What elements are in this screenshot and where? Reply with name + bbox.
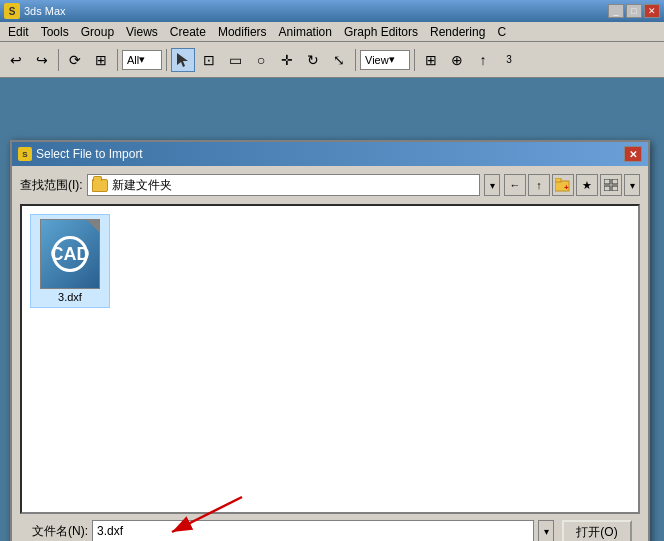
- app-background: S Select File to Import ✕ 查找范围(I): 新建文件夹…: [0, 78, 664, 541]
- up-btn[interactable]: ↑: [528, 174, 550, 196]
- filename-input[interactable]: 3.dxf: [92, 520, 534, 541]
- select-region[interactable]: ⊡: [197, 48, 221, 72]
- file-item[interactable]: CAD 3.dxf: [30, 214, 110, 308]
- view-dropdown[interactable]: View▾: [360, 50, 410, 70]
- import-dialog: S Select File to Import ✕ 查找范围(I): 新建文件夹…: [10, 140, 650, 541]
- svg-rect-2: [555, 178, 561, 182]
- location-bar: 查找范围(I): 新建文件夹 ▾ ← ↑ +: [20, 174, 640, 196]
- close-btn[interactable]: ✕: [644, 4, 660, 18]
- location-value: 新建文件夹: [112, 177, 172, 194]
- toolbar-btn-3[interactable]: ⟳: [63, 48, 87, 72]
- toolbar-btn-2[interactable]: ↪: [30, 48, 54, 72]
- toolbar-num[interactable]: 3: [497, 48, 521, 72]
- dialog-body: 查找范围(I): 新建文件夹 ▾ ← ↑ +: [12, 166, 648, 541]
- dialog-title: Select File to Import: [36, 147, 624, 161]
- cad-text: CAD: [51, 245, 90, 263]
- menu-c[interactable]: C: [491, 23, 512, 41]
- favorites-btn[interactable]: ★: [576, 174, 598, 196]
- title-bar: S 3ds Max _ □ ✕: [0, 0, 664, 22]
- toolbar-rotate[interactable]: ↻: [301, 48, 325, 72]
- new-folder-btn[interactable]: +: [552, 174, 574, 196]
- menu-views[interactable]: Views: [120, 23, 164, 41]
- sep-1: [58, 49, 59, 71]
- sep-3: [166, 49, 167, 71]
- toolbar-rect[interactable]: ▭: [223, 48, 247, 72]
- file-browser-area[interactable]: CAD 3.dxf: [20, 204, 640, 514]
- app-logo: S: [4, 3, 20, 19]
- bottom-inputs: 文件名(N): 3.dxf ▾ 文件类型(T): AutoCAD Drawing…: [28, 520, 554, 541]
- menu-graph-editors[interactable]: Graph Editors: [338, 23, 424, 41]
- menu-tools[interactable]: Tools: [35, 23, 75, 41]
- menu-modifiers[interactable]: Modifiers: [212, 23, 273, 41]
- sep-2: [117, 49, 118, 71]
- location-dropdown[interactable]: ▾: [484, 174, 500, 196]
- action-buttons: 打开(O) 取消: [562, 520, 632, 541]
- view-toggle-btn[interactable]: [600, 174, 622, 196]
- svg-marker-0: [177, 53, 188, 67]
- menu-create[interactable]: Create: [164, 23, 212, 41]
- svg-rect-6: [604, 186, 610, 191]
- svg-rect-5: [612, 179, 618, 184]
- back-btn[interactable]: ←: [504, 174, 526, 196]
- menu-group[interactable]: Group: [75, 23, 120, 41]
- file-icon: CAD: [40, 219, 100, 289]
- menu-edit[interactable]: Edit: [2, 23, 35, 41]
- toolbar-grid[interactable]: ⊞: [419, 48, 443, 72]
- menu-animation[interactable]: Animation: [273, 23, 338, 41]
- toolbar-btn-1[interactable]: ↩: [4, 48, 28, 72]
- filename-value: 3.dxf: [97, 524, 123, 538]
- toolbar: ↩ ↪ ⟳ ⊞ All▾ ⊡ ▭ ○ ✛ ↻ ⤡ View▾ ⊞ ⊕ ↑ 3: [0, 42, 664, 78]
- location-input[interactable]: 新建文件夹: [87, 174, 480, 196]
- location-label: 查找范围(I):: [20, 177, 83, 194]
- filename-row: 文件名(N): 3.dxf ▾: [28, 520, 554, 541]
- cad-circle: CAD: [52, 236, 88, 272]
- bottom-bar: 文件名(N): 3.dxf ▾ 文件类型(T): AutoCAD Drawing…: [20, 514, 640, 541]
- svg-rect-4: [604, 179, 610, 184]
- minimize-btn[interactable]: _: [608, 4, 624, 18]
- svg-rect-7: [612, 186, 618, 191]
- toolbar-move[interactable]: ✛: [275, 48, 299, 72]
- svg-text:+: +: [564, 183, 569, 192]
- bottom-rows: 文件名(N): 3.dxf ▾ 文件类型(T): AutoCAD Drawing…: [28, 520, 632, 541]
- nav-buttons: ← ↑ + ★: [504, 174, 640, 196]
- toolbar-up[interactable]: ↑: [471, 48, 495, 72]
- file-fold: [87, 220, 99, 232]
- dialog-title-bar: S Select File to Import ✕: [12, 142, 648, 166]
- folder-icon: [92, 179, 108, 192]
- window-controls: _ □ ✕: [608, 4, 660, 18]
- view-dropdown[interactable]: ▾: [624, 174, 640, 196]
- filename-dropdown[interactable]: ▾: [538, 520, 554, 541]
- maximize-btn[interactable]: □: [626, 4, 642, 18]
- dialog-close-button[interactable]: ✕: [624, 146, 642, 162]
- toolbar-btn-4[interactable]: ⊞: [89, 48, 113, 72]
- filter-dropdown[interactable]: All▾: [122, 50, 162, 70]
- open-button[interactable]: 打开(O): [562, 520, 632, 541]
- menu-bar: Edit Tools Group Views Create Modifiers …: [0, 22, 664, 42]
- dialog-logo: S: [18, 147, 32, 161]
- sep-4: [355, 49, 356, 71]
- toolbar-circle[interactable]: ○: [249, 48, 273, 72]
- file-label: 3.dxf: [58, 291, 82, 303]
- toolbar-snap[interactable]: ⊕: [445, 48, 469, 72]
- select-tool[interactable]: [171, 48, 195, 72]
- filename-label: 文件名(N):: [28, 523, 88, 540]
- toolbar-scale[interactable]: ⤡: [327, 48, 351, 72]
- sep-5: [414, 49, 415, 71]
- app-title: 3ds Max: [24, 5, 608, 17]
- menu-rendering[interactable]: Rendering: [424, 23, 491, 41]
